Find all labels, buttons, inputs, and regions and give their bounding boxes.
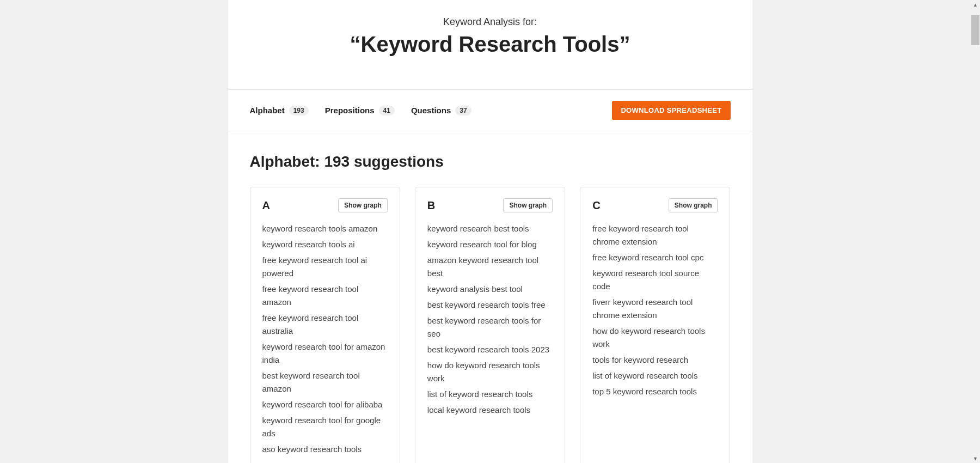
filter-prepositions[interactable]: Prepositions 41 (325, 106, 395, 115)
keyword-card: CShow graphfree keyword research tool ch… (580, 187, 730, 463)
section-title: Alphabet: 193 suggestions (250, 153, 731, 170)
keyword-item: keyword research tool for amazon india (262, 340, 388, 367)
keyword-item: keyword research tools amazon (262, 222, 388, 235)
keyword-item: top 5 keyword research tools (592, 385, 718, 398)
keyword-list: keyword research tools amazonkeyword res… (262, 222, 388, 456)
keyword-item: best keyword research tools for seo (427, 314, 553, 340)
keyword-item: keyword research tools ai (262, 238, 388, 251)
filter-label: Prepositions (325, 106, 375, 115)
filter-label: Questions (411, 106, 451, 115)
keyword-item: amazon keyword research tool best (427, 254, 553, 280)
vertical-scrollbar[interactable]: ▲ ▼ (971, 0, 980, 463)
keyword-card: BShow graphkeyword research best toolske… (415, 187, 565, 463)
filter-label: Alphabet (250, 106, 285, 115)
download-spreadsheet-button[interactable]: DOWNLOAD SPREADSHEET (612, 101, 730, 120)
keyword-item: how do keyword research tools work (592, 325, 718, 351)
keyword-item: keyword research tool for google ads (262, 414, 388, 440)
keyword-item: keyword research tool for alibaba (262, 398, 388, 411)
filter-count-badge: 41 (379, 106, 395, 115)
keyword-item: free keyword research tool amazon (262, 283, 388, 309)
keyword-item: best keyword research tools 2023 (427, 343, 553, 356)
show-graph-button[interactable]: Show graph (338, 198, 388, 212)
show-graph-button[interactable]: Show graph (503, 198, 553, 212)
keyword-item: local keyword research tools (427, 404, 553, 417)
filter-bar: Alphabet 193 Prepositions 41 Questions 3… (228, 90, 752, 131)
keyword-item: how do keyword research tools work (427, 359, 553, 385)
keyword-item: keyword research best tools (427, 222, 553, 235)
keyword-item: best keyword research tools free (427, 298, 553, 312)
card-header: CShow graph (592, 198, 718, 212)
keyword-list: free keyword research tool chrome extens… (592, 222, 718, 398)
content-section: Alphabet: 193 suggestions AShow graphkey… (228, 131, 752, 463)
keyword-item: keyword analysis best tool (427, 283, 553, 296)
card-letter: A (262, 199, 270, 212)
keyword-item: keyword research tool for blog (427, 238, 553, 251)
keyword-item: best keyword research tool amazon (262, 369, 388, 395)
cards-row: AShow graphkeyword research tools amazon… (250, 187, 731, 463)
keyword-item: free keyword research tool ai powered (262, 254, 388, 280)
header-section: Keyword Analysis for: “Keyword Research … (228, 0, 752, 90)
scroll-down-arrow-icon[interactable]: ▼ (971, 454, 980, 463)
keyword-item: free keyword research tool chrome extens… (592, 222, 718, 248)
keyword-item: free keyword research tool australia (262, 312, 388, 338)
card-letter: C (592, 199, 600, 212)
card-header: BShow graph (427, 198, 553, 212)
filter-alphabet[interactable]: Alphabet 193 (250, 106, 309, 115)
filter-count-badge: 193 (289, 106, 309, 115)
keyword-item: fiverr keyword research tool chrome exte… (592, 296, 718, 322)
analysis-title: “Keyword Research Tools” (250, 32, 731, 57)
keyword-item: list of keyword research tools (592, 369, 718, 382)
keyword-item: tools for keyword research (592, 354, 718, 367)
keyword-item: list of keyword research tools (427, 388, 553, 401)
scroll-up-arrow-icon[interactable]: ▲ (971, 0, 980, 9)
keyword-card: AShow graphkeyword research tools amazon… (250, 187, 400, 463)
show-graph-button[interactable]: Show graph (669, 198, 718, 212)
analysis-label: Keyword Analysis for: (250, 16, 731, 28)
keyword-item: aso keyword research tools (262, 443, 388, 456)
keyword-list: keyword research best toolskeyword resea… (427, 222, 553, 417)
filter-questions[interactable]: Questions 37 (411, 106, 471, 115)
main-container: Keyword Analysis for: “Keyword Research … (228, 0, 752, 463)
scrollbar-thumb[interactable] (971, 15, 979, 45)
card-header: AShow graph (262, 198, 388, 212)
filter-count-badge: 37 (455, 106, 471, 115)
keyword-item: keyword research tool source code (592, 267, 718, 293)
card-letter: B (427, 199, 435, 212)
keyword-item: free keyword research tool cpc (592, 251, 718, 264)
